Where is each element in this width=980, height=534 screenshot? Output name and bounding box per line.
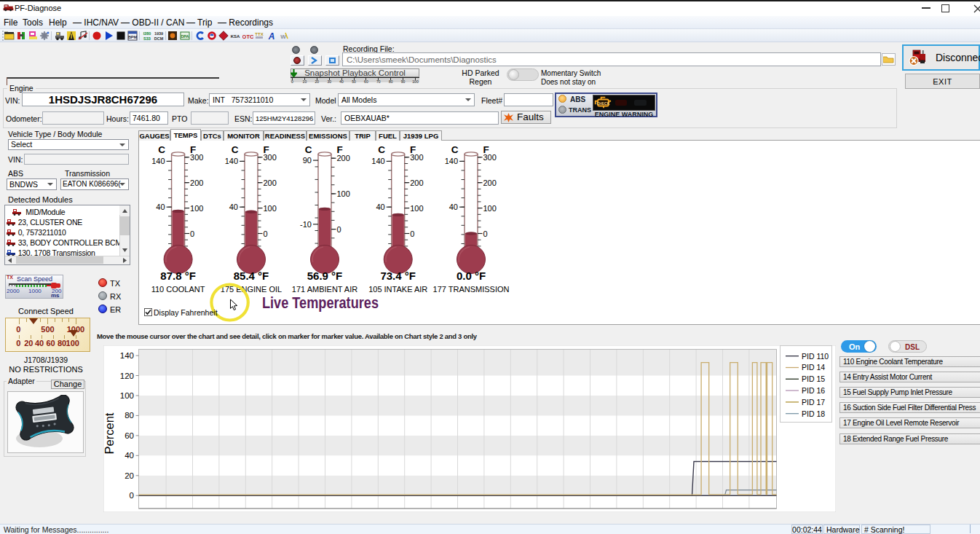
svg-text:A: A [268,31,275,41]
svg-text:0: 0 [130,491,134,500]
svg-text:60: 60 [125,431,134,440]
svg-text:200: 200 [483,178,497,187]
svg-text:140: 140 [151,157,165,165]
svg-text:200: 200 [264,178,277,187]
svg-text:300: 300 [483,153,497,162]
svg-text:40: 40 [449,203,458,211]
svg-text:80: 80 [125,411,134,420]
svg-text:0: 0 [410,229,414,238]
svg-text:110 COOLANT: 110 COOLANT [151,285,205,294]
svg-text:100: 100 [120,391,134,400]
svg-text:140: 140 [225,157,238,165]
svg-text:300: 300 [190,153,203,162]
svg-text:C: C [158,144,165,155]
svg-text:73.4 °F: 73.4 °F [380,270,416,282]
svg-text:C: C [451,144,459,155]
svg-text:PID 17: PID 17 [802,398,825,407]
svg-text:PID 18: PID 18 [802,409,825,418]
svg-text:0: 0 [264,229,268,238]
svg-text:W: W [280,34,286,40]
svg-text:140: 140 [371,157,384,165]
svg-text:C: C [232,144,239,155]
svg-text:20: 20 [125,471,134,480]
svg-text:200: 200 [190,178,203,187]
svg-text:100: 100 [264,204,277,213]
svg-text:I280: I280 [143,31,151,36]
svg-text:40: 40 [376,203,384,211]
svg-text:0: 0 [483,229,488,238]
svg-text:100: 100 [483,204,497,213]
svg-text:175 ENGINE OIL: 175 ENGINE OIL [221,285,282,294]
svg-text:PID 15: PID 15 [802,374,825,383]
svg-text:KSA: KSA [231,34,240,39]
svg-text:120: 120 [120,372,134,380]
svg-text:S33: S33 [143,36,151,41]
svg-text:90: 90 [303,156,312,165]
svg-text:105 INTAKE AIR: 105 INTAKE AIR [368,285,427,294]
svg-text:OTC: OTC [242,34,253,40]
svg-text:TTX: TTX [255,32,263,36]
svg-text:140: 140 [120,351,134,360]
svg-text:300: 300 [410,153,423,162]
svg-text:1939: 1939 [154,31,163,36]
svg-text:BPM: BPM [128,35,138,39]
svg-text:85.4 °F: 85.4 °F [234,270,269,282]
svg-text:140: 140 [445,157,458,165]
svg-text:177 TRANSMISSION: 177 TRANSMISSION [433,285,510,294]
svg-text:0: 0 [190,229,194,238]
svg-text:56.9 °F: 56.9 °F [307,270,343,282]
svg-text:-10: -10 [300,220,312,229]
svg-text:Percent: Percent [103,412,116,454]
svg-text:PID 110: PID 110 [802,352,829,361]
svg-text:DPA: DPA [181,34,189,39]
svg-text:300: 300 [264,153,277,162]
svg-text:87.8 °F: 87.8 °F [160,270,196,282]
svg-text:0: 0 [337,225,341,234]
svg-text:DCM: DCM [154,36,164,41]
svg-text:100: 100 [410,204,423,213]
svg-text:200: 200 [410,178,423,187]
svg-text:100: 100 [190,204,203,213]
svg-text:40: 40 [229,203,238,211]
svg-text:200: 200 [337,154,350,162]
svg-text:0.0 °F: 0.0 °F [457,270,486,282]
svg-text:171 AMBIENT AIR: 171 AMBIENT AIR [292,285,357,294]
svg-text:PID 14: PID 14 [802,363,825,372]
svg-text:Live Temperatures: Live Temperatures [262,294,379,312]
svg-text:PID 16: PID 16 [802,386,825,395]
svg-text:40: 40 [156,203,165,211]
svg-text:100: 100 [337,189,350,198]
svg-text:40: 40 [125,451,134,460]
svg-text:C: C [305,144,312,155]
svg-text:C: C [378,144,385,155]
